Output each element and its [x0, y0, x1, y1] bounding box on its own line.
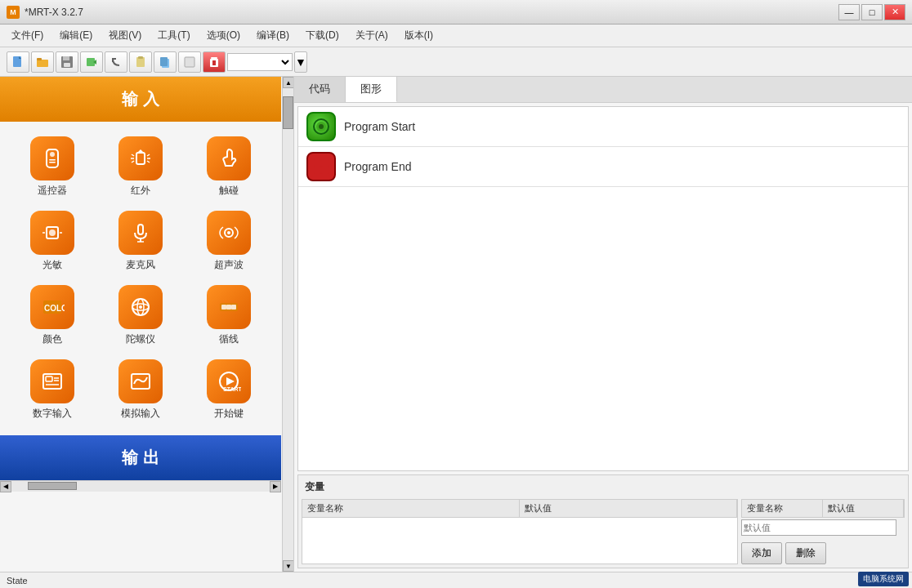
title-bar: M *MRT-X 3.2.7 — □ ✕	[0, 0, 912, 24]
svg-line-27	[147, 154, 150, 156]
menu-bar: 文件(F) 编辑(E) 视图(V) 工具(T) 选项(O) 编译(B) 下载(D…	[0, 24, 912, 47]
tab-code[interactable]: 代码	[294, 77, 346, 102]
remote-icon	[30, 136, 74, 180]
ultrasonic-icon	[207, 211, 251, 255]
menu-tools[interactable]: 工具(T)	[150, 25, 198, 46]
scroll-thumb[interactable]	[283, 96, 293, 129]
app-icon: M	[7, 6, 20, 19]
undo-button[interactable]	[105, 51, 127, 73]
var-add-button[interactable]: 添加	[741, 542, 782, 564]
gyro-label: 陀螺仪	[126, 332, 155, 346]
var-delete-button[interactable]: 删除	[785, 542, 826, 564]
var-right-col-default: 默认值	[823, 500, 904, 517]
left-h-scroll-thumb[interactable]	[28, 482, 77, 490]
maximize-button[interactable]: □	[861, 4, 883, 20]
scroll-up-arrow[interactable]: ▲	[283, 77, 294, 88]
tab-graphic[interactable]: 图形	[346, 77, 397, 102]
light-icon	[30, 211, 74, 255]
infrared-icon	[118, 136, 163, 180]
svg-point-31	[49, 229, 56, 236]
svg-rect-10	[138, 56, 143, 59]
icon-ultrasonic[interactable]: 超声波	[186, 206, 271, 277]
var-col-name-left: 变量名称	[302, 500, 520, 517]
variable-table-left: 变量名称 默认值	[302, 499, 738, 564]
scroll-track[interactable]	[283, 88, 293, 560]
program-start-label: Program Start	[344, 120, 415, 133]
main-container: 输 入 遥控器 红外	[0, 77, 912, 572]
svg-rect-3	[37, 58, 42, 60]
icon-digital-input[interactable]: 数字输入	[10, 354, 95, 425]
icon-mic[interactable]: 麦克风	[98, 206, 183, 277]
dropdown-arrow[interactable]: ▼	[294, 51, 307, 73]
variable-right-form: 变量名称 默认值	[741, 499, 905, 536]
variable-right: 变量名称 默认值 添加 删除	[741, 499, 905, 564]
var-name-input[interactable]	[741, 519, 896, 536]
title-controls: — □ ✕	[838, 4, 905, 20]
svg-text:START: START	[223, 386, 241, 392]
left-h-scrollbar[interactable]: ◀ ▶	[0, 480, 281, 492]
start-key-icon: START	[207, 359, 251, 403]
start-block-icon	[306, 112, 336, 141]
canvas-area[interactable]: Program Start Program End	[297, 106, 909, 471]
scroll-down-arrow[interactable]: ▼	[283, 560, 294, 572]
menu-compile[interactable]: 编译(B)	[248, 25, 297, 46]
program-end-block[interactable]: Program End	[298, 147, 908, 187]
menu-download[interactable]: 下载(D)	[297, 25, 347, 46]
var-buttons: 添加 删除	[741, 542, 905, 564]
save-button[interactable]	[56, 51, 78, 73]
open-button[interactable]	[31, 51, 54, 73]
svg-rect-50	[46, 376, 52, 381]
left-scroll-right[interactable]: ▶	[270, 481, 281, 492]
program-start-block[interactable]: Program Start	[298, 107, 908, 147]
paste2-button[interactable]	[178, 51, 201, 73]
bottom-logo: 电脑系统网	[858, 572, 909, 586]
infrared-label: 红外	[131, 184, 150, 198]
icon-remote[interactable]: 遥控器	[10, 131, 95, 203]
tabs-bar: 代码 图形	[294, 77, 912, 103]
left-scroll-left[interactable]: ◀	[0, 481, 11, 492]
program-end-label: Program End	[344, 160, 411, 173]
copy-button[interactable]	[154, 51, 177, 73]
left-h-scroll-track[interactable]	[11, 481, 270, 492]
svg-rect-22	[136, 153, 145, 164]
title-bar-left: M *MRT-X 3.2.7	[7, 6, 83, 19]
icon-analog-input[interactable]: 模拟输入	[98, 354, 183, 425]
svg-rect-17	[214, 60, 216, 65]
svg-rect-46	[221, 305, 226, 310]
icon-line[interactable]: 循线	[186, 280, 271, 351]
delete-button[interactable]	[203, 51, 226, 73]
icon-infrared[interactable]: 红外	[98, 131, 183, 203]
menu-file[interactable]: 文件(F)	[3, 25, 51, 46]
var-table-header-left: 变量名称 默认值	[302, 500, 737, 518]
color-label: 颜色	[42, 332, 62, 346]
menu-options[interactable]: 选项(O)	[199, 25, 248, 46]
touch-icon	[207, 136, 251, 180]
icon-light[interactable]: 光敏	[10, 206, 95, 277]
import-button[interactable]	[80, 51, 103, 73]
menu-view[interactable]: 视图(V)	[101, 25, 150, 46]
svg-line-24	[132, 154, 134, 156]
menu-about[interactable]: 关于(A)	[347, 25, 396, 46]
mic-icon	[118, 211, 163, 255]
paste-button[interactable]	[129, 51, 152, 73]
svg-marker-23	[137, 149, 144, 153]
icon-color[interactable]: COLOR 颜色	[10, 280, 95, 351]
var-right-header: 变量名称 默认值	[741, 499, 905, 518]
toolbar-dropdown[interactable]	[227, 53, 293, 71]
svg-point-44	[139, 305, 142, 309]
icon-start-key[interactable]: START 开始键	[186, 354, 271, 425]
svg-rect-62	[321, 159, 329, 167]
input-section-header: 输 入	[0, 77, 281, 122]
svg-rect-63	[314, 167, 321, 174]
left-panel-scrollbar[interactable]: ▲ ▼	[282, 77, 293, 572]
menu-edit[interactable]: 编辑(E)	[51, 25, 101, 46]
svg-rect-6	[64, 63, 70, 67]
minimize-button[interactable]: —	[838, 4, 860, 20]
icon-gyro[interactable]: 陀螺仪	[98, 280, 183, 351]
icon-touch[interactable]: 触碰	[186, 131, 271, 203]
new-button[interactable]	[7, 51, 29, 73]
left-panel-scroll[interactable]: 输 入 遥控器 红外	[0, 77, 281, 480]
menu-version[interactable]: 版本(I)	[396, 25, 441, 46]
end-block-icon	[306, 152, 336, 181]
close-button[interactable]: ✕	[884, 4, 905, 20]
